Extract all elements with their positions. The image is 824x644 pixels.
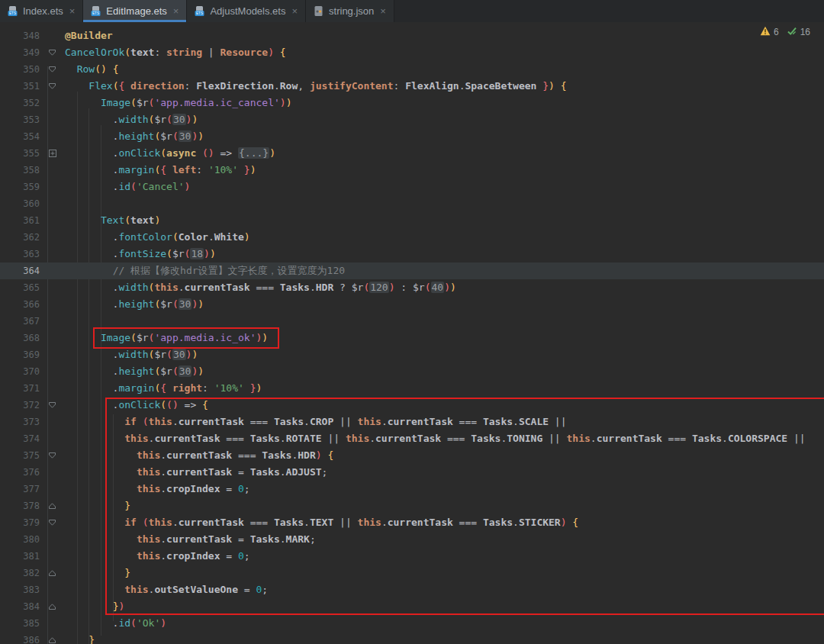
fold-column (40, 313, 65, 330)
line-number: 368 (0, 330, 40, 346)
line-number: 355 (0, 145, 40, 162)
tab-index-ets[interactable]: ETSIndex.ets× (0, 0, 83, 22)
fold-marker[interactable] (40, 598, 65, 615)
code-line[interactable]: 370 .height($r(30)) (0, 363, 824, 380)
line-number: 360 (0, 195, 40, 212)
code-line[interactable]: 381 this.cropIndex = 0; (0, 548, 824, 565)
fold-column (40, 414, 65, 430)
fold-marker[interactable] (40, 397, 65, 414)
fold-column (40, 279, 65, 296)
code-line[interactable]: 366 .height($r(30)) (0, 296, 824, 313)
code-line[interactable]: 348@Builder (0, 27, 824, 44)
code-line[interactable]: 376 this.currentTask = Tasks.ADJUST; (0, 464, 824, 481)
code-line[interactable]: 377 this.cropIndex = 0; (0, 481, 824, 497)
tab-label: Index.ets (23, 5, 63, 17)
code-text: this.cropIndex = 0; (65, 481, 824, 497)
tab-string-json[interactable]: string.json× (306, 0, 394, 22)
code-line[interactable]: 352 Image($r('app.media.ic_cancel')) (0, 95, 824, 111)
code-text: .height($r(30)) (65, 296, 824, 313)
code-line[interactable]: 382 } (0, 565, 824, 581)
code-line[interactable]: 350 Row() { (0, 61, 824, 78)
fold-marker[interactable] (40, 44, 65, 61)
line-number: 376 (0, 464, 40, 481)
code-line[interactable]: 355 .onClick(async () => {...}) (0, 145, 824, 162)
code-line[interactable]: 353 .width($r(30)) (0, 111, 824, 128)
code-line[interactable]: 371 .margin({ right: '10%' }) (0, 380, 824, 397)
fold-column (40, 179, 65, 195)
line-number: 371 (0, 380, 40, 397)
code-line[interactable]: 384 }) (0, 598, 824, 615)
ok-check-icon (787, 26, 797, 38)
code-text: } (65, 632, 824, 644)
fold-column (40, 111, 65, 128)
code-text: if (this.currentTask === Tasks.CROP || t… (65, 414, 824, 430)
fold-column (40, 581, 65, 598)
fold-column (40, 430, 65, 447)
line-number: 383 (0, 581, 40, 598)
line-number: 384 (0, 598, 40, 615)
line-number: 373 (0, 414, 40, 430)
line-number: 348 (0, 27, 40, 44)
code-line[interactable]: 365 .width(this.currentTask === Tasks.HD… (0, 279, 824, 296)
fold-marker[interactable] (40, 565, 65, 581)
close-icon[interactable]: × (69, 5, 76, 17)
code-line[interactable]: 369 .width($r(30)) (0, 346, 824, 363)
fold-marker[interactable] (40, 145, 65, 162)
code-line[interactable]: 358 .margin({ left: '10%' }) (0, 162, 824, 179)
code-line[interactable]: 351 Flex({ direction: FlexDirection.Row,… (0, 78, 824, 95)
code-text: CancelOrOk(text: string | Resource) { (65, 44, 824, 61)
code-line[interactable]: 364 // 根据【修改hdr设置】文字长度，设置宽度为120 (0, 262, 824, 279)
fold-marker[interactable] (40, 632, 65, 644)
fold-column (40, 615, 65, 632)
ets-file-icon: ETS (7, 5, 18, 17)
fold-marker[interactable] (40, 514, 65, 531)
code-text: Row() { (65, 61, 824, 78)
line-number: 379 (0, 514, 40, 531)
code-editor[interactable]: 348@Builder349CancelOrOk(text: string | … (0, 22, 824, 644)
code-line[interactable]: 349CancelOrOk(text: string | Resource) { (0, 44, 824, 61)
line-number: 374 (0, 430, 40, 447)
code-line[interactable]: 359 .id('Cancel') (0, 179, 824, 195)
code-line[interactable]: 375 this.currentTask === Tasks.HDR) { (0, 447, 824, 464)
line-number: 381 (0, 548, 40, 565)
tab-adjustmodels-ets[interactable]: ETSAdjustModels.ets× (187, 0, 306, 22)
code-line[interactable]: 378 } (0, 497, 824, 514)
tab-editimage-ets[interactable]: ETSEditImage.ets× (83, 0, 187, 22)
close-icon[interactable]: × (173, 5, 179, 17)
code-line[interactable]: 386 } (0, 632, 824, 644)
code-line[interactable]: 363 .fontSize($r(18)) (0, 246, 824, 262)
code-line[interactable]: 367 (0, 313, 824, 330)
code-line[interactable]: 380 this.currentTask = Tasks.MARK; (0, 531, 824, 548)
code-line[interactable]: 360 (0, 195, 824, 212)
code-text: if (this.currentTask === Tasks.TEXT || t… (65, 514, 824, 531)
code-line[interactable]: 361 Text(text) (0, 212, 824, 229)
close-icon[interactable]: × (380, 5, 386, 17)
line-number: 366 (0, 296, 40, 313)
code-line[interactable]: 385 .id('Ok') (0, 615, 824, 632)
fold-marker[interactable] (40, 447, 65, 464)
fold-column (40, 346, 65, 363)
code-text: } (65, 497, 824, 514)
code-line[interactable]: 368 Image($r('app.media.ic_ok')) (0, 330, 824, 346)
line-number: 354 (0, 128, 40, 145)
code-line[interactable]: 374 this.currentTask === Tasks.ROTATE ||… (0, 430, 824, 447)
code-line[interactable]: 383 this.outSetValueOne = 0; (0, 581, 824, 598)
code-line[interactable]: 354 .height($r(30)) (0, 128, 824, 145)
line-number: 362 (0, 229, 40, 246)
code-text: .margin({ right: '10%' }) (65, 380, 824, 397)
ok-count: 16 (800, 27, 810, 37)
code-line[interactable]: 362 .fontColor(Color.White) (0, 229, 824, 246)
fold-marker[interactable] (40, 78, 65, 95)
inspections-widget[interactable]: 6 16 (760, 26, 815, 38)
close-icon[interactable]: × (291, 5, 298, 17)
fold-marker[interactable] (40, 497, 65, 514)
code-line[interactable]: 373 if (this.currentTask === Tasks.CROP … (0, 414, 824, 430)
code-line[interactable]: 372 .onClick(() => { (0, 397, 824, 414)
code-line[interactable]: 379 if (this.currentTask === Tasks.TEXT … (0, 514, 824, 531)
code-text: this.currentTask = Tasks.MARK; (65, 531, 824, 548)
code-text: this.currentTask = Tasks.ADJUST; (65, 464, 824, 481)
fold-column (40, 195, 65, 212)
fold-marker[interactable] (40, 61, 65, 78)
line-number: 386 (0, 632, 40, 644)
ide-editor-window: ETSIndex.ets×ETSEditImage.ets×ETSAdjustM… (0, 0, 824, 644)
